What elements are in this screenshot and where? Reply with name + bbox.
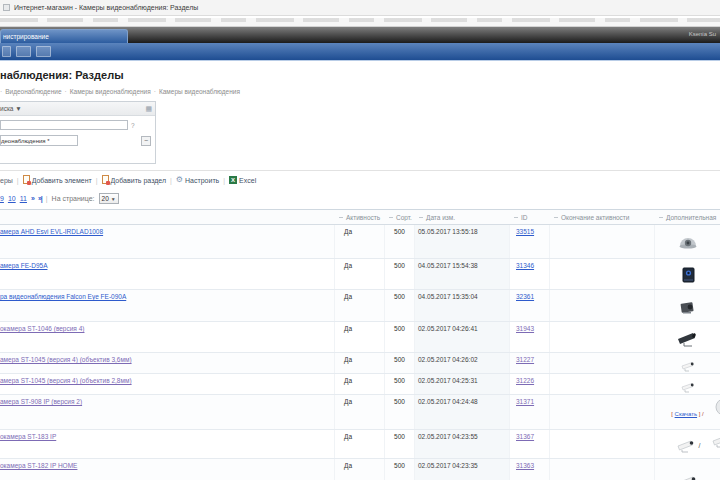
sort-value: 500	[394, 228, 405, 235]
next-page-icon[interactable]: »	[31, 195, 34, 202]
section-name-link[interactable]: амера ST-1045 (версия 4) (объектив 3,6мм…	[0, 356, 132, 363]
bullet-camera-dark-photo	[676, 330, 700, 348]
tab-administration[interactable]: нистрирование	[0, 29, 128, 43]
filter-settings-icon[interactable]: ▦	[145, 105, 152, 112]
toolbar-button-add-element[interactable]: Добавить элемент	[23, 175, 92, 185]
download-link[interactable]: Скачать	[675, 411, 698, 417]
element-id-link[interactable]: 33515	[516, 228, 534, 235]
page-link[interactable]: 9	[0, 195, 4, 202]
table-row: ра видеонаблюдения Falcon Eye FE-090AДа5…	[0, 290, 720, 322]
element-id-link[interactable]: 31943	[516, 325, 534, 332]
extra-picture-cell: /	[655, 430, 720, 458]
toolbar-button-add-section[interactable]: Добавить раздел	[102, 175, 166, 185]
sort-cell: 500	[385, 459, 415, 480]
element-id-link[interactable]: 31371	[516, 398, 534, 405]
filter-search-input[interactable]	[0, 120, 128, 130]
main-content: наблюдения: Разделы ·Видеонаблюдение·Кам…	[0, 69, 720, 480]
element-id-link[interactable]: 31346	[516, 262, 534, 269]
active-value: Да	[344, 462, 352, 469]
active-cell: Да	[335, 395, 385, 429]
page-favicon-icon	[3, 4, 10, 11]
excel-icon: X	[229, 176, 237, 184]
section-name-link[interactable]: амера ST-908 IP (версия 2)	[0, 398, 82, 405]
breadcrumb-item[interactable]: Видеонаблюдение	[5, 88, 61, 95]
user-label[interactable]: Ksenia Su	[689, 31, 716, 37]
section-name-cell: ра видеонаблюдения Falcon Eye FE-090A	[0, 290, 335, 321]
sort-value: 500	[394, 462, 405, 469]
menu-item-fragment[interactable]	[16, 46, 31, 57]
section-name-link[interactable]: ра видеонаблюдения Falcon Eye FE-090A	[0, 293, 126, 300]
modified-date-value: 02.05.2017 04:24:48	[418, 398, 478, 405]
admin-menu-bar	[0, 43, 720, 61]
active-cell: Да	[335, 290, 385, 321]
bullet-camera-white-photo	[677, 473, 699, 480]
element-id-link[interactable]: 31226	[516, 377, 534, 384]
element-id-link[interactable]: 31367	[516, 433, 534, 440]
active-cell: Да	[335, 259, 385, 289]
window-title: Интернет-магазин - Камеры видеонаблюдени…	[14, 4, 198, 11]
active-cell: Да	[335, 353, 385, 373]
sort-icon[interactable]	[659, 217, 663, 218]
column-header[interactable]: ID	[510, 214, 550, 221]
add-element-icon	[23, 175, 30, 185]
sort-value: 500	[394, 398, 405, 405]
section-name-cell: амера ST-1045 (версия 4) (объектив 2,8мм…	[0, 374, 335, 394]
extra-picture-cell	[655, 353, 720, 373]
sort-icon[interactable]	[514, 217, 518, 218]
column-header[interactable]: Окончание активности	[550, 214, 655, 221]
filter-selected-section[interactable]: деонаблюдения *	[0, 135, 78, 146]
active-cell: Да	[335, 322, 385, 352]
toolbar-button-settings-gear[interactable]: ⚙Настроить	[176, 176, 219, 184]
id-cell: 33515	[510, 225, 550, 258]
sort-icon[interactable]	[339, 217, 343, 218]
menu-item-fragment[interactable]	[2, 46, 11, 57]
sort-cell: 500	[385, 430, 415, 458]
element-id-link[interactable]: 32361	[516, 293, 534, 300]
id-cell: 31227	[510, 353, 550, 373]
sort-icon[interactable]	[554, 217, 558, 218]
column-header[interactable]: Дата изм.	[415, 214, 510, 221]
column-header[interactable]: Дополнительная	[655, 214, 720, 221]
breadcrumb-item[interactable]: Камеры видеонаблюдения	[159, 88, 240, 95]
section-name-link[interactable]: амера FE-D95A	[0, 262, 47, 269]
per-page-select[interactable]: 20▼	[99, 193, 119, 204]
active-value: Да	[344, 293, 352, 300]
last-page-icon[interactable]: »|	[38, 195, 42, 202]
page-link[interactable]: 10	[8, 195, 16, 202]
section-name-link[interactable]: окамера ST-182 IP HOME	[0, 462, 77, 469]
table-row: амера ST-1045 (версия 4) (объектив 2,8мм…	[0, 374, 720, 395]
toolbar-separator: |	[170, 177, 172, 184]
breadcrumb-separator: ·	[154, 88, 156, 95]
partial-camera-photo	[712, 397, 720, 418]
admin-page: Интернет-магазин - Камеры видеонаблюдени…	[0, 0, 720, 480]
admin-tab-bar: нистрирование Ksenia Su	[0, 27, 720, 43]
section-name-link[interactable]: окамера ST-183 IP	[0, 433, 56, 440]
column-header[interactable]: Активность	[335, 214, 385, 221]
element-id-link[interactable]: 31363	[516, 462, 534, 469]
section-name-link[interactable]: окамера ST-1046 (версия 4)	[0, 325, 84, 332]
modified-date-cell: 02.05.2017 04:23:55	[415, 430, 510, 458]
modified-date-cell: 04.05.2017 15:35:04	[415, 290, 510, 321]
filter-hint: ?	[131, 122, 135, 129]
sort-cell: 500	[385, 353, 415, 373]
menu-item-fragment[interactable]	[36, 46, 51, 57]
filter-tab-label[interactable]: иска ▼	[0, 105, 22, 112]
toolbar-leading-fragment[interactable]: еры	[0, 177, 13, 184]
sort-value: 500	[394, 325, 405, 332]
sort-icon[interactable]	[389, 217, 393, 218]
extra-picture-cell	[655, 259, 720, 289]
breadcrumb-item[interactable]: Камеры видеонаблюдения	[70, 88, 151, 95]
section-name-link[interactable]: амера ST-1045 (версия 4) (объектив 2,8мм…	[0, 377, 132, 384]
element-id-link[interactable]: 31227	[516, 356, 534, 363]
filter-remove-button[interactable]: −	[141, 136, 151, 146]
column-header[interactable]: Сорт.	[385, 214, 415, 221]
breadcrumb: ·Видеонаблюдение·Камеры видеонаблюдения·…	[0, 88, 720, 95]
sort-icon[interactable]	[419, 217, 423, 218]
section-name-link[interactable]: амера AHD Esvi EVL-IRDLAD1008	[0, 228, 103, 235]
toolbar-button-label: Настроить	[185, 177, 219, 184]
modified-date-value: 04.05.2017 15:35:04	[418, 293, 478, 300]
toolbar-button-excel[interactable]: XExcel	[229, 176, 256, 184]
page-link[interactable]: 11	[20, 195, 27, 202]
divider	[0, 170, 720, 171]
sort-value: 500	[394, 262, 405, 269]
